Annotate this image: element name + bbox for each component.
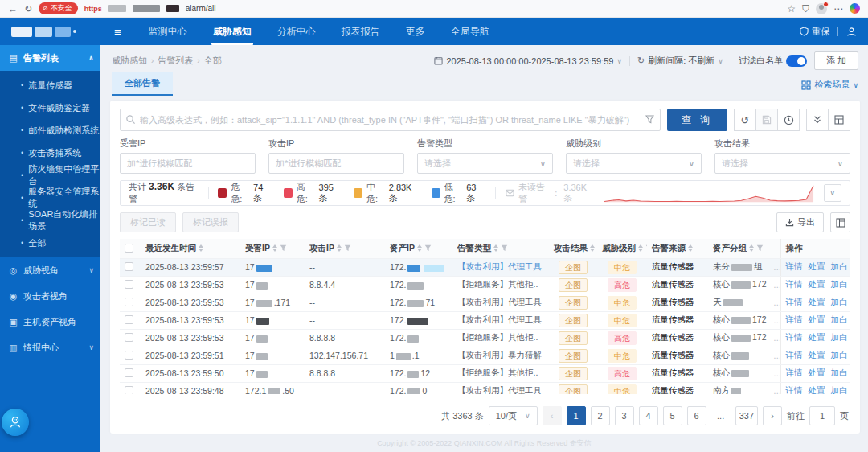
row-action-handle[interactable]: 处置	[809, 279, 825, 289]
hamburger-menu-icon[interactable]: ≡	[114, 25, 121, 39]
sidebar-item[interactable]: ▤告警列表∧	[0, 45, 100, 71]
prev-page-button[interactable]: ‹	[542, 406, 562, 425]
row-action-whitelist[interactable]: 加白	[831, 297, 848, 306]
row-checkbox[interactable]	[125, 262, 133, 271]
sort-icon[interactable]	[337, 244, 342, 252]
row-action-handle[interactable]: 处置	[809, 297, 825, 306]
sidebar-subitem[interactable]: •防火墙集中管理平台	[0, 164, 100, 187]
search-scene-button[interactable]: 检索场景 ∨	[801, 79, 858, 96]
sort-icon[interactable]	[638, 244, 643, 252]
row-action-detail[interactable]: 详情	[786, 279, 803, 289]
filter-input[interactable]: 加*进行模糊匹配	[120, 153, 256, 174]
nav-item[interactable]: 报表报告	[329, 18, 393, 45]
sidebar-item[interactable]: ▣主机资产视角	[0, 309, 100, 335]
browser-profile-avatar[interactable]	[816, 3, 827, 14]
nav-item[interactable]: 更多	[393, 18, 438, 45]
sort-icon[interactable]	[417, 244, 422, 252]
row-checkbox[interactable]	[125, 351, 133, 360]
column-filter-icon[interactable]	[344, 244, 351, 253]
row-action-detail[interactable]: 详情	[786, 332, 803, 342]
row-checkbox[interactable]	[125, 280, 133, 289]
sort-icon[interactable]	[493, 244, 498, 252]
row-action-whitelist[interactable]: 加白	[831, 261, 848, 271]
column-filter-icon[interactable]	[424, 244, 432, 252]
advanced-search-input[interactable]	[120, 109, 661, 131]
filter-select[interactable]: 请选择∨	[714, 153, 850, 174]
back-icon[interactable]: ←	[8, 3, 18, 14]
collapse-stats-button[interactable]: ∨	[824, 184, 841, 202]
sort-icon[interactable]	[749, 244, 754, 252]
row-action-whitelist[interactable]: 加白	[831, 368, 848, 377]
column-filter-icon[interactable]	[280, 244, 287, 252]
nav-item[interactable]: 监测中心	[136, 18, 200, 45]
sidebar-subitem[interactable]: •攻击诱捕系统	[0, 142, 100, 164]
refresh-interval-select[interactable]: ↻ 刷新间隔: 不刷新 ∨	[637, 55, 723, 67]
row-action-whitelist[interactable]: 加白	[831, 314, 848, 324]
row-action-whitelist[interactable]: 加白	[831, 350, 848, 360]
select-all-checkbox[interactable]	[125, 244, 133, 253]
filter-settings-button[interactable]	[828, 109, 850, 131]
export-button[interactable]: 导出	[776, 212, 824, 232]
filter-input[interactable]: 加*进行模糊匹配	[268, 153, 404, 174]
row-checkbox[interactable]	[125, 368, 133, 377]
row-checkbox[interactable]	[125, 386, 133, 395]
row-action-detail[interactable]: 详情	[786, 385, 803, 394]
search-history-button[interactable]	[777, 109, 800, 131]
sidebar-subitem[interactable]: •文件威胁鉴定器	[0, 97, 100, 119]
row-action-handle[interactable]: 处置	[809, 368, 825, 377]
sort-icon[interactable]	[590, 244, 595, 252]
nav-item[interactable]: 分析中心	[264, 18, 329, 45]
sidebar-subitem[interactable]: •流量传感器	[0, 74, 100, 97]
page-button[interactable]: 1	[567, 406, 586, 425]
column-filter-icon[interactable]	[645, 244, 647, 252]
add-button[interactable]: 添 加	[814, 51, 858, 70]
column-filter-icon[interactable]	[645, 244, 647, 253]
browser-menu-icon[interactable]: ⋯	[833, 3, 843, 14]
nav-item[interactable]: 全局导航	[438, 18, 502, 45]
column-filter-icon[interactable]	[756, 244, 764, 252]
sort-icon[interactable]	[688, 244, 693, 252]
next-page-button[interactable]: ›	[763, 406, 782, 425]
page-button[interactable]: 3	[615, 406, 634, 425]
refresh-icon[interactable]: ↻	[24, 3, 32, 14]
row-action-whitelist[interactable]: 加白	[831, 332, 848, 342]
page-button[interactable]: 4	[639, 406, 658, 425]
collections-icon[interactable]: ⛉	[802, 3, 809, 14]
bulk-action-button[interactable]: 标记已读	[120, 212, 176, 232]
assistant-fab-button[interactable]	[2, 409, 29, 436]
tab-all-alerts[interactable]: 全部告警	[112, 72, 173, 96]
date-range-picker[interactable]: 2025-08-13 00:00:00-2025-08-13 23:59:59 …	[434, 56, 622, 66]
whitelist-toggle[interactable]	[786, 55, 807, 67]
column-filter-icon[interactable]	[501, 244, 508, 253]
sidebar-subitem[interactable]: •服务器安全管理系统	[0, 187, 100, 209]
page-button[interactable]: 337	[735, 406, 758, 425]
column-filter-icon[interactable]	[756, 244, 764, 253]
row-action-handle[interactable]: 处置	[809, 314, 825, 324]
sidebar-item[interactable]: ▥情报中心∨	[0, 335, 100, 360]
expand-filters-button[interactable]	[806, 109, 829, 131]
user-icon[interactable]	[846, 27, 857, 37]
page-button[interactable]: 6	[687, 406, 706, 425]
sort-icon[interactable]	[199, 244, 203, 252]
row-checkbox[interactable]	[125, 315, 133, 324]
url-path[interactable]: alarm/all	[186, 4, 216, 13]
row-action-handle[interactable]: 处置	[809, 261, 825, 271]
row-action-whitelist[interactable]: 加白	[831, 279, 848, 289]
reset-button[interactable]: ↺	[734, 109, 756, 131]
sidebar-subitem[interactable]: •SOAR自动化编排场景	[0, 209, 100, 232]
breadcrumb-item[interactable]: 全部	[204, 55, 222, 65]
row-action-handle[interactable]: 处置	[809, 385, 825, 394]
query-button[interactable]: 查 询	[667, 109, 727, 131]
sidebar-item[interactable]: ◎威胁视角∨	[0, 257, 100, 283]
column-filter-icon[interactable]	[424, 244, 432, 253]
nav-item[interactable]: 威胁感知	[200, 18, 264, 45]
filter-select[interactable]: 请选择∨	[417, 153, 553, 174]
row-checkbox[interactable]	[125, 298, 133, 306]
row-action-detail[interactable]: 详情	[786, 368, 803, 377]
row-action-handle[interactable]: 处置	[809, 332, 825, 342]
filter-funnel-icon[interactable]	[645, 115, 654, 124]
protection-mode-button[interactable]: 重保	[800, 26, 829, 38]
page-size-select[interactable]: 10/页∨	[489, 406, 538, 425]
bulk-action-button[interactable]: 标记误报	[182, 212, 239, 232]
security-badge[interactable]: ⊘不安全	[39, 2, 78, 14]
